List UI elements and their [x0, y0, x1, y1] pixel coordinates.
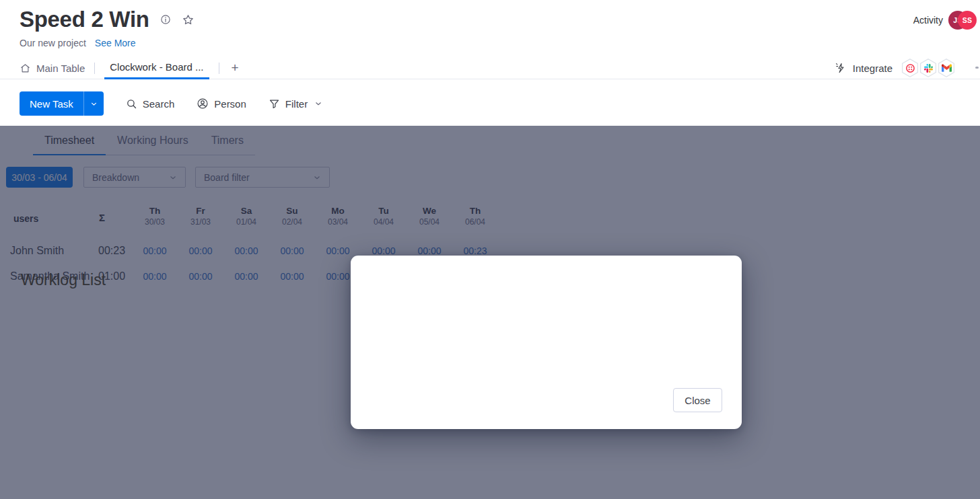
gmail-icon[interactable]: [937, 59, 956, 77]
search-label: Search: [143, 98, 175, 110]
app-window: Speed 2 Win Our new project See More Act…: [0, 0, 980, 499]
cropped-edge-icon: [975, 67, 979, 69]
tab-clockwork-board[interactable]: Clockwork - Board ...: [104, 56, 209, 79]
new-task-button[interactable]: New Task: [20, 91, 83, 116]
project-subtitle-row: Our new project See More: [20, 38, 136, 48]
search-icon: [126, 98, 137, 110]
tab-main-table[interactable]: Main Table: [20, 56, 85, 79]
filter-button[interactable]: Filter: [269, 98, 322, 110]
person-icon: [197, 98, 209, 110]
tab-separator: [94, 63, 95, 74]
close-button[interactable]: Close: [673, 388, 722, 412]
filter-label: Filter: [285, 98, 308, 110]
twilio-icon[interactable]: [901, 59, 919, 77]
chevron-down-icon: [314, 100, 322, 108]
tab-clockwork-label: Clockwork - Board ...: [110, 61, 203, 73]
integration-badges: [901, 59, 956, 77]
activity-button[interactable]: Activity: [913, 15, 943, 26]
slack-icon[interactable]: [919, 59, 938, 77]
person-label: Person: [214, 98, 246, 110]
activity-area: Activity JS SS: [913, 11, 977, 30]
search-button[interactable]: Search: [126, 98, 175, 110]
board-view-tabs: Main Table Clockwork - Board ... + Integ…: [0, 56, 980, 79]
page-title: Speed 2 Win: [20, 7, 149, 32]
avatar[interactable]: SS: [958, 11, 977, 30]
board-toolbar: New Task Search Person Filter: [20, 87, 322, 120]
project-description: Our new project: [20, 38, 86, 48]
new-task-dropdown-arrow[interactable]: [83, 91, 104, 116]
project-header: Speed 2 Win: [20, 7, 195, 32]
integrate-button[interactable]: Integrate: [853, 63, 893, 74]
person-filter-button[interactable]: Person: [197, 98, 246, 110]
new-task-split-button[interactable]: New Task: [20, 91, 104, 116]
tab-main-table-label: Main Table: [36, 63, 85, 74]
see-more-link[interactable]: See More: [95, 38, 136, 48]
info-circle-icon[interactable]: [160, 14, 171, 25]
tab-separator: [219, 63, 219, 74]
add-view-tab-button[interactable]: +: [229, 56, 242, 79]
modal-title: Worklog List: [21, 271, 106, 289]
integrate-bolt-icon: [835, 62, 847, 74]
star-outline-icon[interactable]: [182, 13, 195, 26]
filter-funnel-icon: [269, 98, 280, 110]
home-icon: [20, 63, 31, 74]
